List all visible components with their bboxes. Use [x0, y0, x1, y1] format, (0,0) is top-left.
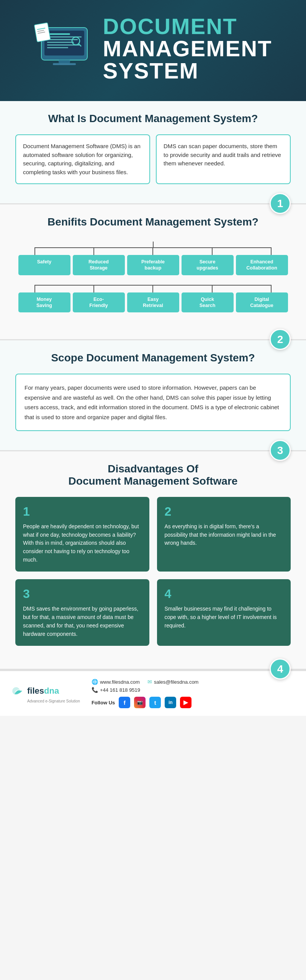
benefit-quick-search: QuickSearch — [182, 292, 234, 313]
footer-contact-row-1: 🌐 www.filesdna.com ✉ sales@filesdna.com — [92, 679, 295, 685]
svg-rect-5 — [47, 42, 74, 43]
section4-badge: 4 — [270, 658, 291, 679]
twitter-icon[interactable]: t — [149, 697, 161, 708]
disadv-text-1: People are heavily dependent on technolo… — [23, 523, 142, 564]
disadv-card-2: 2 As everything is in digital form, ther… — [157, 497, 291, 572]
section-scope: Scope Document Management System? For ma… — [0, 340, 306, 451]
footer-contact: 🌐 www.filesdna.com ✉ sales@filesdna.com … — [92, 679, 295, 693]
logo-text: filesdna — [27, 686, 59, 696]
what-card-1: Document Management Software (DMS) is an… — [15, 134, 150, 184]
benefit-preferable-backup: Preferablebackup — [127, 255, 179, 275]
disadv-text-3: DMS saves the environment by going paper… — [23, 605, 142, 638]
section-what-is-dms: What is Document Management System? Docu… — [0, 101, 306, 204]
svg-rect-11 — [53, 63, 76, 65]
disadv-number-3: 3 — [23, 587, 142, 601]
what-card-2-text: DMS can scan paper documents, store them… — [164, 142, 283, 168]
section2-badge: 2 — [270, 329, 291, 350]
logo-icon — [11, 684, 25, 698]
title-management: MANAGEMENT — [103, 38, 272, 60]
benefit-reduced-storage: ReducedStorage — [73, 255, 125, 275]
section3-title: Scope Document Management System? — [15, 352, 291, 364]
footer-email: ✉ sales@filesdna.com — [147, 679, 199, 685]
header-section: DOCUMENT MANAGEMENT SYSTEM — [0, 0, 306, 101]
v-line — [271, 286, 272, 292]
linkedin-icon[interactable]: in — [165, 697, 176, 708]
benefits-row-2: MoneySaving Eco-Friendly EasyRetrieval Q… — [15, 292, 291, 313]
footer-follow: Follow Us f 📷 t in ▶ — [92, 697, 295, 708]
what-card-2: DMS can scan paper documents, store them… — [156, 134, 291, 184]
instagram-icon[interactable]: 📷 — [134, 697, 146, 708]
v-line — [212, 248, 213, 255]
disadvantages-grid: 1 People are heavily dependent on techno… — [15, 497, 291, 646]
benefits-tree: Safety ReducedStorage Preferablebackup S… — [15, 238, 291, 316]
disadv-text-4: Smaller businesses may find it challengi… — [165, 605, 283, 630]
benefit-eco-friendly: Eco-Friendly — [73, 292, 125, 313]
footer-phone: 📞 +44 161 818 9519 — [92, 687, 140, 693]
section2-title: Benifits Document Management System? — [15, 216, 291, 228]
header-icon — [34, 20, 95, 77]
tree-h-line-2 — [34, 285, 271, 286]
svg-rect-2 — [47, 33, 70, 35]
scope-text: For many years, paper documents were use… — [25, 383, 281, 422]
email-icon: ✉ — [147, 679, 152, 685]
tree-v-lines-2 — [34, 286, 271, 292]
benefit-enhanced-collaboration: EnhancedCollaboration — [236, 255, 288, 275]
disadv-text-2: As everything is in digital form, there'… — [165, 523, 283, 547]
benefit-secure-upgrades: Secureupgrades — [182, 255, 234, 275]
section-benefits: Benifits Document Management System? Saf… — [0, 204, 306, 340]
footer-website: 🌐 www.filesdna.com — [92, 679, 140, 685]
email-text: sales@filesdna.com — [154, 679, 199, 685]
v-line — [93, 286, 94, 292]
scope-card: For many years, paper documents were use… — [15, 374, 291, 431]
section-disadvantages: Disadvantages ofDocument Management Soft… — [0, 451, 306, 670]
disadv-card-3: 3 DMS saves the environment by going pap… — [15, 579, 149, 646]
footer-info: 🌐 www.filesdna.com ✉ sales@filesdna.com … — [92, 679, 295, 708]
globe-icon: 🌐 — [92, 679, 98, 685]
disadv-card-1: 1 People are heavily dependent on techno… — [15, 497, 149, 572]
footer-contact-row-2: 📞 +44 161 818 9519 — [92, 687, 295, 693]
section1-title: What is Document Management System? — [15, 113, 291, 125]
benefit-money-saving: MoneySaving — [18, 292, 70, 313]
website-text: www.filesdna.com — [100, 679, 140, 685]
facebook-icon[interactable]: f — [119, 697, 130, 708]
benefit-digital-catalogue: DigitalCatalogue — [236, 292, 288, 313]
benefit-easy-retrieval: EasyRetrieval — [127, 292, 179, 313]
svg-rect-10 — [59, 60, 70, 63]
disadv-card-4: 4 Smaller businesses may find it challen… — [157, 579, 291, 646]
title-document: DOCUMENT — [103, 15, 272, 38]
footer-section: filesdna Advanced e-Signature Solution 🌐… — [0, 670, 306, 716]
follow-label: Follow Us — [92, 700, 115, 706]
logo-subtitle: Advanced e-Signature Solution — [27, 699, 80, 703]
benefit-safety: Safety — [18, 255, 70, 275]
phone-icon: 📞 — [92, 687, 98, 693]
tree-v-lines-1 — [34, 248, 271, 255]
footer-logo: filesdna Advanced e-Signature Solution — [11, 684, 80, 703]
v-line — [152, 248, 153, 255]
row-spacer — [15, 275, 291, 285]
disadv-number-4: 4 — [165, 587, 283, 601]
what-card-1-text: Document Management Software (DMS) is an… — [23, 142, 142, 176]
v-line — [152, 286, 153, 292]
title-system: SYSTEM — [103, 60, 272, 82]
disadv-number-1: 1 — [23, 505, 142, 519]
section1-badge: 1 — [270, 193, 291, 214]
benefits-row-1: Safety ReducedStorage Preferablebackup S… — [15, 255, 291, 275]
v-line — [93, 248, 94, 255]
youtube-icon[interactable]: ▶ — [180, 697, 191, 708]
section4-title: Disadvantages ofDocument Management Soft… — [15, 463, 291, 487]
header-title: DOCUMENT MANAGEMENT SYSTEM — [103, 15, 272, 82]
v-line — [34, 248, 35, 255]
v-line — [34, 286, 35, 292]
tree-h-line-1 — [34, 247, 271, 248]
phone-text: +44 161 818 9519 — [100, 687, 140, 693]
v-line — [212, 286, 213, 292]
svg-rect-4 — [47, 39, 78, 40]
tree-top-connector — [15, 242, 291, 247]
svg-rect-7 — [47, 47, 68, 48]
v-line — [271, 248, 272, 255]
section3-badge: 3 — [270, 440, 291, 461]
disadv-number-2: 2 — [165, 505, 283, 519]
what-cards: Document Management Software (DMS) is an… — [15, 134, 291, 184]
